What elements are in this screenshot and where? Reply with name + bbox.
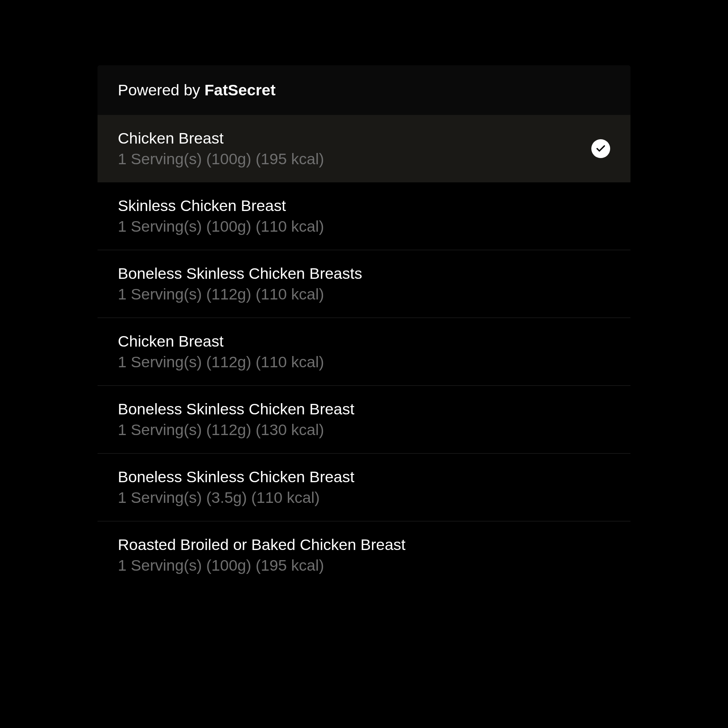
food-item-subtitle: 1 Serving(s) (112g) (110 kcal) — [118, 353, 324, 371]
food-item-text: Boneless Skinless Chicken Breast 1 Servi… — [118, 400, 354, 439]
food-item-subtitle: 1 Serving(s) (100g) (110 kcal) — [118, 217, 324, 235]
food-item-title: Skinless Chicken Breast — [118, 197, 324, 215]
food-item[interactable]: Skinless Chicken Breast 1 Serving(s) (10… — [98, 182, 630, 250]
food-item-title: Roasted Broiled or Baked Chicken Breast — [118, 536, 406, 554]
food-item-subtitle: 1 Serving(s) (3.5g) (110 kcal) — [118, 489, 354, 506]
food-item-title: Boneless Skinless Chicken Breasts — [118, 265, 362, 283]
food-item-subtitle: 1 Serving(s) (112g) (110 kcal) — [118, 285, 362, 303]
food-item-text: Chicken Breast 1 Serving(s) (112g) (110 … — [118, 332, 324, 371]
food-item[interactable]: Boneless Skinless Chicken Breast 1 Servi… — [98, 386, 630, 454]
results-list: Chicken Breast 1 Serving(s) (100g) (195 … — [98, 115, 630, 589]
food-item[interactable]: Boneless Skinless Chicken Breasts 1 Serv… — [98, 250, 630, 318]
checkmark-icon — [591, 139, 610, 158]
attribution-header: Powered by FatSecret — [98, 65, 630, 115]
food-item-text: Skinless Chicken Breast 1 Serving(s) (10… — [118, 197, 324, 235]
attribution-brand: FatSecret — [205, 81, 275, 99]
food-item-title: Chicken Breast — [118, 129, 324, 147]
food-item-title: Boneless Skinless Chicken Breast — [118, 400, 354, 418]
food-item-text: Boneless Skinless Chicken Breast 1 Servi… — [118, 468, 354, 506]
food-search-results-panel: Powered by FatSecret Chicken Breast 1 Se… — [98, 65, 630, 589]
food-item[interactable]: Boneless Skinless Chicken Breast 1 Servi… — [98, 454, 630, 522]
food-item-text: Chicken Breast 1 Serving(s) (100g) (195 … — [118, 129, 324, 168]
attribution-prefix: Powered by — [118, 81, 205, 99]
food-item-subtitle: 1 Serving(s) (100g) (195 kcal) — [118, 557, 406, 574]
food-item[interactable]: Chicken Breast 1 Serving(s) (100g) (195 … — [98, 115, 630, 182]
food-item[interactable]: Roasted Broiled or Baked Chicken Breast … — [98, 522, 630, 589]
food-item[interactable]: Chicken Breast 1 Serving(s) (112g) (110 … — [98, 318, 630, 386]
food-item-subtitle: 1 Serving(s) (100g) (195 kcal) — [118, 150, 324, 168]
food-item-text: Roasted Broiled or Baked Chicken Breast … — [118, 536, 406, 574]
food-item-title: Boneless Skinless Chicken Breast — [118, 468, 354, 486]
food-item-subtitle: 1 Serving(s) (112g) (130 kcal) — [118, 421, 354, 439]
food-item-text: Boneless Skinless Chicken Breasts 1 Serv… — [118, 265, 362, 303]
food-item-title: Chicken Breast — [118, 332, 324, 350]
